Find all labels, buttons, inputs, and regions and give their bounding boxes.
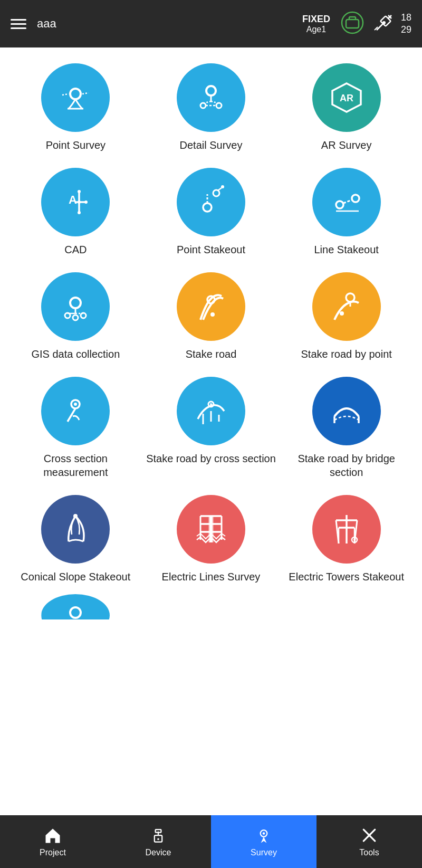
point-stakeout-icon-circle <box>177 168 245 236</box>
satellite-icon <box>372 11 396 36</box>
line-stakeout-icon <box>328 184 365 221</box>
fix-status: FIXED <box>302 14 330 25</box>
electric-towers-icon-circle <box>312 495 381 564</box>
home-icon <box>43 826 62 845</box>
stake-road-point-icon <box>328 288 365 325</box>
svg-point-50 <box>210 403 212 405</box>
feature-grid: Point Survey Detail Survey <box>11 63 411 584</box>
svg-point-70 <box>70 607 81 618</box>
svg-point-45 <box>346 293 354 302</box>
nav-item-project[interactable]: Project <box>0 815 106 868</box>
nav-item-device[interactable]: Device <box>106 815 211 868</box>
list-item[interactable]: Cross section measurement <box>11 377 141 479</box>
partial-icon <box>57 597 94 634</box>
detail-survey-icon <box>193 79 229 116</box>
cross-section-icon-circle <box>41 377 110 445</box>
gps-status: FIXED Age1 <box>302 14 330 34</box>
partial-row <box>11 594 411 643</box>
point-stakeout-icon <box>193 184 229 221</box>
app-header: aaa FIXED Age1 18 29 <box>0 0 422 47</box>
nav-device-label: Device <box>146 848 171 857</box>
age-label: Age1 <box>306 25 326 34</box>
list-item[interactable]: Line Stakeout <box>281 168 411 256</box>
line-stakeout-icon-circle <box>312 168 381 236</box>
svg-point-74 <box>157 838 159 840</box>
nav-survey-label: Survey <box>251 848 277 857</box>
list-item[interactable] <box>11 594 141 643</box>
stake-road-point-label: Stake road by point <box>301 347 391 361</box>
svg-point-34 <box>352 195 359 202</box>
list-item[interactable]: Conical Slope Stakeout <box>11 495 141 584</box>
svg-point-39 <box>73 315 78 320</box>
svg-text:A: A <box>69 193 77 206</box>
svg-line-35 <box>343 200 352 203</box>
detail-survey-label: Detail Survey <box>180 138 243 152</box>
conical-slope-label: Conical Slope Stakeout <box>21 570 130 584</box>
stake-road-bridge-icon-circle <box>312 377 381 445</box>
svg-point-15 <box>206 86 216 96</box>
electric-towers-label: Electric Towers Stakeout <box>289 570 404 584</box>
list-item[interactable]: Stake road by cross section <box>146 377 276 479</box>
partial-icon-circle <box>41 594 110 636</box>
list-item[interactable]: Stake road by point <box>281 272 411 361</box>
svg-point-33 <box>336 201 343 208</box>
electric-towers-icon <box>328 511 365 548</box>
menu-button[interactable] <box>11 19 26 29</box>
list-item[interactable]: Stake road <box>146 272 276 361</box>
svg-point-37 <box>70 298 81 308</box>
svg-point-10 <box>382 21 386 24</box>
gis-data-icon <box>57 288 94 325</box>
svg-point-44 <box>210 312 215 317</box>
list-item[interactable]: Point Survey <box>11 63 141 152</box>
cross-section-icon <box>57 393 94 430</box>
svg-point-69 <box>353 539 356 541</box>
electric-lines-icon <box>193 511 229 548</box>
electric-lines-label: Electric Lines Survey <box>162 570 261 584</box>
cad-label: CAD <box>64 243 87 256</box>
list-item[interactable]: Point Stakeout <box>146 168 276 256</box>
stake-road-bridge-label: Stake road by bridge section <box>281 452 411 479</box>
cross-section-label: Cross section measurement <box>11 452 141 479</box>
list-item[interactable]: Electric Towers Stakeout <box>281 495 411 584</box>
list-item[interactable]: Detail Survey <box>146 63 276 152</box>
main-content: Point Survey Detail Survey <box>0 47 422 815</box>
stake-road-label: Stake road <box>186 347 237 361</box>
svg-point-26 <box>78 201 81 204</box>
svg-point-29 <box>84 201 88 204</box>
bottom-navigation: Project Device Survey Tools <box>0 815 422 868</box>
cad-icon: A <box>57 184 94 221</box>
stake-road-icon <box>193 288 229 325</box>
list-item[interactable]: Electric Lines Survey <box>146 495 276 584</box>
svg-point-53 <box>73 514 78 518</box>
list-item[interactable]: A CAD <box>11 168 141 256</box>
svg-rect-1 <box>346 20 359 28</box>
nav-item-survey[interactable]: Survey <box>211 815 316 868</box>
electric-lines-icon-circle <box>177 495 245 564</box>
point-survey-icon-circle <box>41 63 110 132</box>
device-icon <box>149 826 168 845</box>
line-stakeout-label: Line Stakeout <box>314 243 379 256</box>
svg-point-76 <box>263 832 265 835</box>
svg-text:AR: AR <box>340 93 353 103</box>
stake-road-point-icon-circle <box>312 272 381 341</box>
nav-item-tools[interactable]: Tools <box>316 815 422 868</box>
point-survey-icon <box>57 79 94 116</box>
list-item[interactable]: Stake road by bridge section <box>281 377 411 479</box>
gps-icon <box>341 11 364 36</box>
nav-project-label: Project <box>40 848 66 857</box>
svg-point-0 <box>342 12 363 33</box>
username-label: aaa <box>37 17 56 31</box>
point-stakeout-label: Point Stakeout <box>177 243 245 256</box>
conical-slope-icon <box>57 511 94 548</box>
svg-line-13 <box>62 94 69 95</box>
sat-count-2: 29 <box>401 24 411 36</box>
point-survey-label: Point Survey <box>46 138 106 152</box>
ar-survey-icon: AR <box>328 79 365 116</box>
svg-point-16 <box>200 103 206 108</box>
svg-point-46 <box>340 311 344 316</box>
list-item[interactable]: AR AR Survey <box>281 63 411 152</box>
gis-data-label: GIS data collection <box>31 347 120 361</box>
list-item[interactable]: GIS data collection <box>11 272 141 361</box>
conical-slope-icon-circle <box>41 495 110 564</box>
svg-point-48 <box>74 403 77 406</box>
